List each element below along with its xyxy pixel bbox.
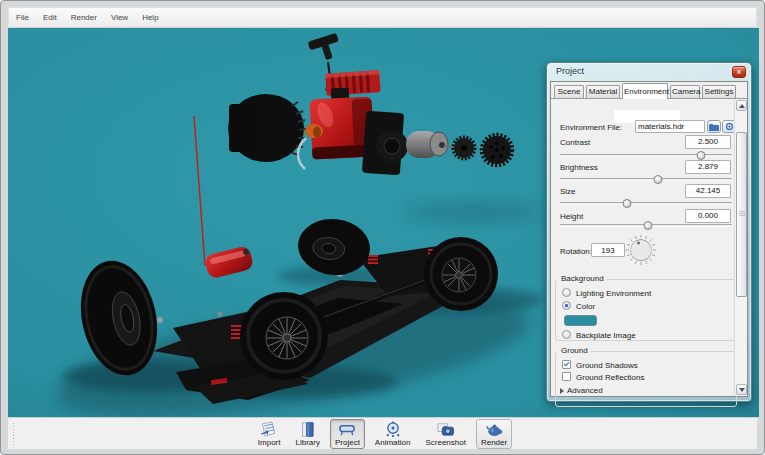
menu-help[interactable]: Help [135,8,165,27]
expander-arrow-icon [560,388,564,394]
panel-scrollbar[interactable] [734,99,747,396]
render-label: Render [481,438,507,447]
library-icon [297,421,319,438]
ground-shadows-checkbox[interactable] [562,360,571,369]
lighting-environment-label[interactable]: Lighting Environment [576,289,651,298]
lighting-environment-radio[interactable] [562,288,571,297]
library-label: Library [296,438,320,447]
background-group-title: Background [558,274,607,283]
contrast-label: Contrast [560,138,590,147]
library-button[interactable]: Library [291,419,325,449]
screenshot-button[interactable]: Screenshot [420,419,470,449]
rotation-knob[interactable] [624,233,658,269]
advanced-label: Advanced [567,386,603,395]
menu-bar: File Edit Render View Help [8,7,757,28]
project-label: Project [335,438,360,447]
bottom-toolbar: Import Library Project [8,417,757,449]
brightness-slider[interactable] [560,178,732,181]
advanced-expander[interactable]: Advanced [560,386,603,395]
brightness-label: Brightness [560,163,598,172]
open-environment-button[interactable] [707,120,721,133]
tab-scene[interactable]: Scene [554,85,584,98]
ground-shadows-label[interactable]: Ground Shadows [576,361,638,370]
check-icon [564,361,570,367]
backplate-image-radio[interactable] [562,330,571,339]
menu-view[interactable]: View [104,8,135,27]
animation-label: Animation [375,438,411,447]
contrast-value[interactable]: 2.500 [685,135,731,149]
height-slider-thumb[interactable] [643,221,652,230]
height-value[interactable]: 0.000 [685,209,731,223]
ground-group-title: Ground [558,346,591,355]
menu-render[interactable]: Render [64,8,104,27]
import-label: Import [258,438,281,447]
scrollbar-thumb[interactable] [736,132,747,297]
size-label: Size [560,187,576,196]
arrow-down-icon [739,388,745,392]
color-label[interactable]: Color [576,302,595,311]
refresh-icon [725,122,734,131]
render-teapot-icon [483,421,505,438]
environment-tab-content: Environment File: Contrast 2.500 [551,99,734,396]
animation-icon [382,421,404,438]
app-window: File Edit Render View Help [0,0,765,455]
project-icon [336,421,358,438]
backplate-image-label[interactable]: Backplate Image [576,331,636,340]
wheel-rear-right [424,237,498,311]
animation-button[interactable]: Animation [370,419,416,449]
knob-indicator-dot [637,242,640,245]
render-button[interactable]: Render [476,419,512,449]
tab-strip: Scene Material Environment Camera Settin… [551,82,747,99]
contrast-slider[interactable] [560,154,732,157]
size-value[interactable]: 42.145 [685,184,731,198]
project-panel: Project × Scene Material Environment Cam… [546,62,752,402]
size-slider-thumb[interactable] [623,199,632,208]
tab-settings[interactable]: Settings [702,85,736,98]
thumb-grip [739,211,745,216]
menu-edit[interactable]: Edit [36,8,64,27]
close-icon[interactable]: × [732,66,746,78]
color-radio[interactable] [562,301,571,310]
ground-reflections-checkbox[interactable] [562,372,571,381]
project-button[interactable]: Project [330,419,365,449]
arrow-up-icon [739,104,745,108]
import-button[interactable]: Import [253,419,286,449]
menu-file[interactable]: File [9,8,36,27]
scroll-up-button[interactable] [736,100,747,111]
rotation-label: Rotation: [560,247,592,256]
scroll-down-button[interactable] [736,384,747,395]
brightness-slider-thumb[interactable] [654,175,663,184]
wheel-front-right [240,292,328,380]
background-color-swatch[interactable] [564,315,597,326]
height-slider[interactable] [560,224,732,227]
height-label: Height [560,212,583,221]
panel-title: Project [556,66,584,76]
brightness-value[interactable]: 2.879 [685,160,731,174]
spur-gear [482,135,513,166]
contrast-slider-thumb[interactable] [697,151,706,160]
screenshot-icon [435,421,457,438]
folder-icon [709,123,719,131]
panel-body: Scene Material Environment Camera Settin… [550,81,748,397]
tab-material[interactable]: Material [586,85,620,98]
tab-camera[interactable]: Camera [670,85,700,98]
tab-environment[interactable]: Environment [622,83,668,99]
import-icon [258,421,280,438]
size-slider[interactable] [560,202,732,205]
rotation-input[interactable] [591,243,625,257]
environment-file-label: Environment File: [560,123,622,132]
environment-file-input[interactable] [635,120,705,133]
ground-reflections-label[interactable]: Ground Reflections [576,373,644,382]
screenshot-label: Screenshot [425,438,465,447]
